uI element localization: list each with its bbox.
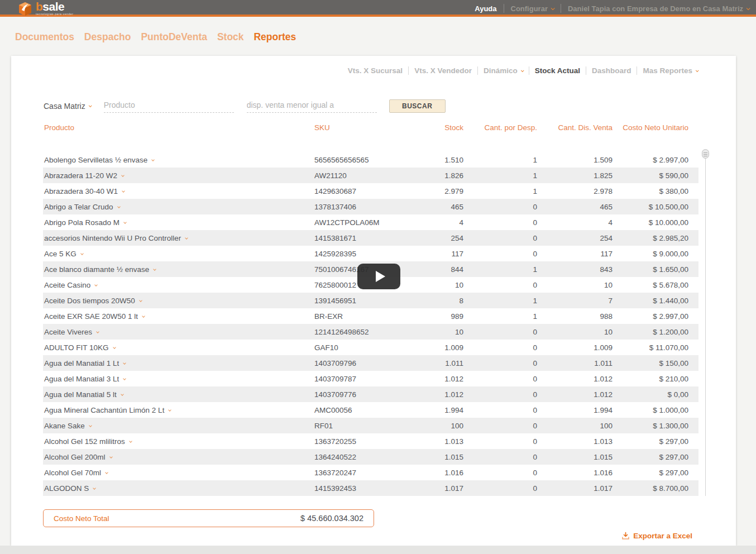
- costo-neto-unitario-value: $ 590,00: [613, 171, 688, 180]
- user-menu[interactable]: Daniel Tapia con Empresa de Demo en Casa…: [568, 4, 749, 13]
- column-header-producto[interactable]: Producto: [43, 123, 314, 132]
- cant-por-desp-value: 0: [463, 484, 537, 493]
- costo-neto-unitario-value: $ 2.997,00: [613, 312, 688, 321]
- cant-dis-venta-value: 2.978: [537, 187, 613, 195]
- column-header-stock[interactable]: Stock: [405, 123, 463, 132]
- branch-selector[interactable]: Casa Matriz: [44, 102, 91, 113]
- sku-value: 1363720255: [314, 437, 405, 446]
- table-row: Aceite EXR SAE 20W50 1 lt BR-EXR 989 1 9…: [43, 308, 698, 324]
- cant-por-desp-value: 0: [463, 359, 537, 367]
- sku-value: 1391456951: [314, 297, 405, 305]
- report-tab[interactable]: Dashboard: [592, 66, 631, 75]
- chevron-down-icon[interactable]: [169, 408, 172, 412]
- filter-bar: Casa Matriz BUSCAR: [44, 99, 446, 113]
- report-tab[interactable]: Dinámico: [484, 66, 523, 75]
- costo-neto-unitario-value: $ 9.000,00: [613, 250, 688, 258]
- costo-neto-unitario-value: $ 150,00: [613, 359, 688, 367]
- chevron-down-icon[interactable]: [185, 236, 189, 240]
- chevron-down-icon[interactable]: [123, 221, 127, 224]
- cant-por-desp-value: 0: [463, 390, 537, 399]
- chevron-down-icon[interactable]: [139, 299, 142, 302]
- product-name: Agua Mineral Cachantún Limón 2 Lt: [44, 406, 164, 414]
- cant-por-desp-value: 1: [463, 312, 537, 321]
- report-tab[interactable]: Vts. X Vendedor: [414, 66, 472, 75]
- chevron-down-icon[interactable]: [122, 189, 125, 193]
- help-link[interactable]: Ayuda: [475, 4, 496, 13]
- chevron-down-icon[interactable]: [80, 252, 84, 255]
- chevron-down-icon[interactable]: [94, 283, 98, 286]
- stock-value: 10: [405, 281, 463, 289]
- chevron-down-icon[interactable]: [121, 174, 125, 177]
- table-row: Aceite Viveres 1214126498652 10 0 10 $ 1…: [43, 324, 698, 340]
- table-row: Abrigo Pola Rosado M AW12CTPOLA06M 4 0 4…: [43, 214, 698, 230]
- main-nav-item[interactable]: Stock: [217, 31, 244, 42]
- chevron-down-icon[interactable]: [123, 377, 127, 380]
- column-header-cant-dis-venta[interactable]: Cant. Dis. Venta: [537, 123, 613, 132]
- chevron-down-icon[interactable]: [152, 158, 155, 161]
- product-name: Aceite Casino: [44, 281, 90, 289]
- costo-neto-unitario-value: $ 10.000,00: [613, 218, 688, 227]
- chevron-down-icon[interactable]: [113, 346, 116, 349]
- page-bottom-strip: [0, 546, 756, 554]
- chevron-down-icon[interactable]: [109, 455, 113, 459]
- video-play-button[interactable]: [357, 264, 400, 289]
- costo-neto-unitario-value: $ 1.200,00: [613, 328, 688, 336]
- main-nav-item[interactable]: Reportes: [253, 31, 296, 42]
- cant-por-desp-value: 1: [463, 187, 537, 195]
- divider: [529, 66, 529, 75]
- main-nav-item[interactable]: Documentos: [15, 31, 74, 42]
- table-row: Abrazadera 30-40 W1 1429630687 2.979 1 2…: [43, 183, 698, 199]
- cant-dis-venta-value: 117: [537, 250, 613, 258]
- divider: [637, 66, 637, 75]
- cant-por-desp-value: 0: [463, 469, 537, 477]
- cant-por-desp-value: 0: [463, 437, 537, 446]
- product-search-input[interactable]: [104, 99, 234, 113]
- chevron-down-icon[interactable]: [154, 268, 157, 271]
- main-nav-item[interactable]: PuntoDeVenta: [141, 31, 207, 42]
- costo-neto-unitario-value: $ 1.440,00: [613, 297, 688, 305]
- chevron-down-icon[interactable]: [123, 361, 127, 365]
- search-button[interactable]: BUSCAR: [389, 99, 446, 113]
- costo-neto-unitario-value: $ 1.000,00: [613, 406, 688, 414]
- chevron-down-icon[interactable]: [142, 314, 145, 318]
- cant-por-desp-value: 0: [463, 328, 537, 336]
- table-row: Abrigo a Telar Crudo 1378137406 465 0 46…: [43, 199, 698, 214]
- chevron-down-icon[interactable]: [93, 486, 96, 490]
- table-body: Abolengo Servilletas ½ envase 5656565656…: [43, 152, 698, 496]
- chevron-down-icon[interactable]: [117, 205, 121, 208]
- chevron-down-icon[interactable]: [89, 424, 92, 427]
- cant-dis-venta-value: 254: [537, 234, 613, 242]
- brand-tagline: tecnologías para vender: [36, 13, 73, 16]
- chevron-down-icon[interactable]: [121, 393, 124, 396]
- export-to-excel-link[interactable]: Exportar a Excel: [621, 532, 692, 540]
- column-header-costo-neto-unitario[interactable]: Costo Neto Unitario: [613, 123, 688, 132]
- table-header: Producto SKU Stock Cant. por Desp. Cant.…: [43, 123, 698, 132]
- product-name: ALGODON S: [44, 484, 89, 493]
- column-header-cant-por-desp[interactable]: Cant. por Desp.: [463, 123, 537, 132]
- main-nav: Documentos Despacho PuntoDeVenta Stock R…: [15, 31, 303, 43]
- stock-value: 2.979: [405, 187, 463, 195]
- sku-value: 1425928395: [314, 250, 405, 258]
- product-name: Agua del Manatial 3 Lt: [44, 375, 119, 383]
- cant-dis-venta-value: 1.009: [537, 343, 613, 352]
- product-name: Abolengo Servilletas ½ envase: [44, 156, 147, 164]
- brand-logo[interactable]: bsale tecnologías para vender: [17, 1, 73, 17]
- stock-value: 10: [405, 328, 463, 336]
- report-tab[interactable]: Vts. X Sucursal: [348, 66, 403, 75]
- stock-value: 1.510: [405, 156, 463, 164]
- configure-menu[interactable]: Configurar: [511, 4, 554, 13]
- scrollbar-thumb[interactable]: [702, 149, 709, 159]
- chevron-down-icon[interactable]: [105, 471, 108, 474]
- scrollbar-track[interactable]: [705, 151, 706, 496]
- main-nav-item[interactable]: Despacho: [84, 31, 131, 42]
- column-header-sku[interactable]: SKU: [314, 123, 405, 132]
- chevron-down-icon[interactable]: [129, 440, 132, 443]
- table-row: Alcohol Gel 70ml 1363720247 1.016 0 1.01…: [43, 465, 698, 480]
- stock-threshold-input[interactable]: [247, 99, 377, 113]
- chevron-down-icon[interactable]: [96, 330, 99, 333]
- report-tab[interactable]: Stock Actual: [535, 66, 580, 75]
- stock-value: 465: [405, 203, 463, 211]
- cant-dis-venta-value: 1.013: [537, 437, 613, 446]
- product-name: Alcohol Gel 70ml: [44, 469, 101, 477]
- report-tab[interactable]: Mas Reportes: [643, 66, 698, 75]
